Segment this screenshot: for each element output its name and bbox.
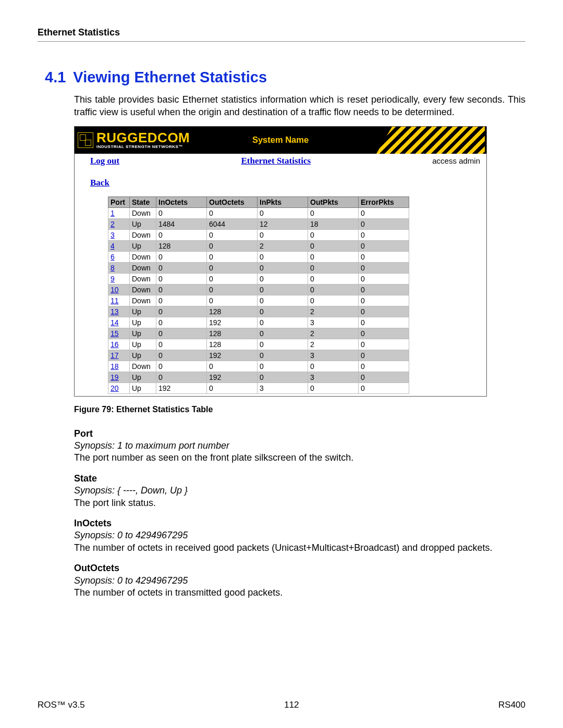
port-link[interactable]: 13 <box>108 306 130 317</box>
back-row: Back <box>75 169 486 196</box>
port-link[interactable]: 3 <box>108 229 130 240</box>
port-link[interactable]: 6 <box>108 251 130 262</box>
port-link[interactable]: 14 <box>108 317 130 328</box>
out-pkts-cell: 0 <box>308 229 359 240</box>
in-pkts-cell: 0 <box>258 262 308 273</box>
in-pkts-cell: 2 <box>258 240 308 251</box>
out-octets-cell: 128 <box>207 339 258 350</box>
table-row: 18Down00000 <box>108 361 409 372</box>
port-link[interactable]: 4 <box>108 240 130 251</box>
state-cell: Up <box>130 382 156 393</box>
footer-left: ROS™ v3.5 <box>38 700 85 710</box>
in-pkts-cell: 0 <box>258 317 308 328</box>
in-octets-cell: 1484 <box>156 218 207 229</box>
hazard-stripe-decoration <box>370 127 486 154</box>
table-row: 17Up0192030 <box>108 350 409 361</box>
out-pkts-cell: 2 <box>308 339 359 350</box>
field-title: Port <box>74 428 525 440</box>
error-pkts-cell: 0 <box>359 262 409 273</box>
state-cell: Down <box>130 207 156 218</box>
in-octets-cell: 0 <box>156 306 207 317</box>
state-cell: Up <box>130 339 156 350</box>
in-pkts-cell: 0 <box>258 229 308 240</box>
in-pkts-cell: 12 <box>258 218 308 229</box>
table-row: 4Up1280200 <box>108 240 409 251</box>
port-link[interactable]: 17 <box>108 350 130 361</box>
out-octets-cell: 0 <box>207 251 258 262</box>
table-row: 8Down00000 <box>108 262 409 273</box>
port-link[interactable]: 1 <box>108 207 130 218</box>
table-row: 2Up1484604412180 <box>108 218 409 229</box>
in-octets-cell: 0 <box>156 372 207 382</box>
state-cell: Down <box>130 295 156 306</box>
sub-header-bar: Log out Ethernet Statistics access admin <box>75 154 486 169</box>
port-link[interactable]: 9 <box>108 273 130 284</box>
port-link[interactable]: 19 <box>108 372 130 382</box>
footer-right: RS400 <box>498 700 525 710</box>
field-synopsis: Synopsis: 0 to 4294967295 <box>74 575 525 587</box>
port-link[interactable]: 20 <box>108 382 130 393</box>
in-pkts-cell: 0 <box>258 284 308 295</box>
state-cell: Down <box>130 251 156 262</box>
error-pkts-cell: 0 <box>359 273 409 284</box>
port-link[interactable]: 11 <box>108 295 130 306</box>
error-pkts-cell: 0 <box>359 361 409 372</box>
in-octets-cell: 0 <box>156 284 207 295</box>
out-pkts-cell: 0 <box>308 361 359 372</box>
out-octets-cell: 192 <box>207 350 258 361</box>
table-row: 16Up0128020 <box>108 339 409 350</box>
access-level-label: access admin <box>432 156 480 165</box>
logout-link[interactable]: Log out <box>90 156 119 166</box>
in-octets-cell: 0 <box>156 339 207 350</box>
out-octets-cell: 192 <box>207 372 258 382</box>
brand-name: RUGGEDCOM <box>96 131 190 144</box>
back-link[interactable]: Back <box>90 178 109 188</box>
in-pkts-cell: 0 <box>258 207 308 218</box>
top-black-bar: RUGGEDCOM INDUSTRIAL STRENGTH NETWORKS™ … <box>75 127 486 154</box>
in-octets-cell: 128 <box>156 240 207 251</box>
error-pkts-cell: 0 <box>359 372 409 382</box>
page-title: Ethernet Statistics <box>241 156 311 166</box>
state-cell: Down <box>130 229 156 240</box>
state-cell: Up <box>130 328 156 339</box>
port-link[interactable]: 15 <box>108 328 130 339</box>
in-pkts-cell: 0 <box>258 350 308 361</box>
out-pkts-cell: 0 <box>308 382 359 393</box>
table-row: 3Down00000 <box>108 229 409 240</box>
field-synopsis: Synopsis: { ----, Down, Up } <box>74 485 525 497</box>
port-link[interactable]: 2 <box>108 218 130 229</box>
out-pkts-cell: 0 <box>308 295 359 306</box>
table-header-row: Port State InOctets OutOctets InPkts Out… <box>108 196 409 207</box>
out-pkts-cell: 2 <box>308 328 359 339</box>
in-octets-cell: 192 <box>156 382 207 393</box>
out-octets-cell: 128 <box>207 328 258 339</box>
error-pkts-cell: 0 <box>359 218 409 229</box>
in-octets-cell: 0 <box>156 295 207 306</box>
out-pkts-cell: 3 <box>308 372 359 382</box>
out-pkts-cell: 2 <box>308 306 359 317</box>
in-pkts-cell: 0 <box>258 306 308 317</box>
error-pkts-cell: 0 <box>359 229 409 240</box>
port-link[interactable]: 8 <box>108 262 130 273</box>
table-row: 11Down00000 <box>108 295 409 306</box>
figure-caption: Figure 79: Ethernet Statistics Table <box>74 405 525 414</box>
state-cell: Down <box>130 273 156 284</box>
out-octets-cell: 128 <box>207 306 258 317</box>
section-title: Viewing Ethernet Statistics <box>73 69 267 85</box>
error-pkts-cell: 0 <box>359 306 409 317</box>
out-octets-cell: 6044 <box>207 218 258 229</box>
error-pkts-cell: 0 <box>359 339 409 350</box>
col-in-pkts: InPkts <box>258 196 308 207</box>
out-octets-cell: 0 <box>207 284 258 295</box>
out-pkts-cell: 0 <box>308 240 359 251</box>
in-octets-cell: 0 <box>156 262 207 273</box>
field-block: StateSynopsis: { ----, Down, Up }The por… <box>74 473 525 509</box>
port-link[interactable]: 16 <box>108 339 130 350</box>
col-out-octets: OutOctets <box>207 196 258 207</box>
section-heading: 4.1Viewing Ethernet Statistics <box>38 69 525 86</box>
port-link[interactable]: 18 <box>108 361 130 372</box>
state-cell: Up <box>130 240 156 251</box>
port-link[interactable]: 10 <box>108 284 130 295</box>
in-pkts-cell: 0 <box>258 372 308 382</box>
error-pkts-cell: 0 <box>359 382 409 393</box>
